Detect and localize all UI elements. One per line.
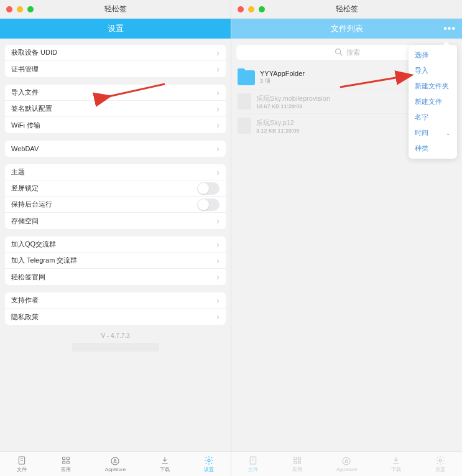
row-label: 隐私政策 [11, 312, 216, 322]
file-name: 乐玩Sky.p12 [256, 118, 300, 128]
settings-row[interactable]: 保持后台运行 [5, 197, 226, 213]
svg-point-5 [111, 457, 119, 465]
settings-row[interactable]: 支持作者› [5, 292, 226, 309]
menu-item[interactable]: 名字 [409, 110, 457, 125]
svg-rect-13 [298, 457, 300, 459]
tab-file[interactable]: 文件 [17, 455, 27, 473]
row-label: 加入 Telegram 交流群 [11, 256, 216, 265]
appstore-icon [110, 456, 120, 466]
menu-item[interactable]: 新建文件 [409, 94, 457, 110]
tab-label: 应用 [292, 466, 302, 473]
settings-row[interactable]: 签名默认配置› [5, 101, 226, 117]
settings-row[interactable]: 主题› [5, 164, 226, 180]
tab-grid[interactable]: 应用 [61, 455, 71, 473]
tab-bar-left: 文件应用AppStore下载设置 [0, 451, 231, 476]
menu-item[interactable]: 时间⌄ [409, 125, 457, 141]
close-window-button[interactable] [6, 6, 12, 12]
tab-file[interactable]: 文件 [248, 455, 258, 473]
settings-row[interactable]: 加入 Telegram 交流群› [5, 253, 226, 269]
svg-rect-2 [67, 457, 69, 459]
nav-bar-left: 设置 [0, 19, 231, 39]
settings-row[interactable]: WebDAV› [5, 141, 226, 157]
settings-row[interactable]: WiFi 传输› [5, 117, 226, 133]
close-window-button[interactable] [238, 6, 244, 12]
tab-label: 设置 [204, 466, 214, 473]
menu-item[interactable]: 新建文件夹 [409, 78, 457, 94]
grid-icon [292, 455, 302, 465]
chevron-right-icon: › [216, 144, 219, 154]
right-pane: 轻松签 文件列表 ••• 搜索 YYYAppFolder3 项乐玩Sky.mob… [231, 0, 462, 476]
chevron-right-icon: › [216, 312, 219, 322]
traffic-lights [6, 6, 34, 12]
tab-gear[interactable]: 设置 [204, 455, 214, 473]
settings-row[interactable]: 导入文件› [5, 85, 226, 101]
tab-download[interactable]: 下载 [391, 455, 401, 473]
settings-row[interactable]: 轻松签官网› [5, 269, 226, 285]
menu-item[interactable]: 导入 [409, 63, 457, 78]
chevron-right-icon: › [216, 216, 219, 226]
svg-point-17 [439, 459, 441, 462]
settings-group: 获取设备 UDID›证书管理› [5, 45, 226, 77]
toggle-switch[interactable] [197, 198, 219, 211]
toggle-switch[interactable] [197, 182, 219, 195]
tab-label: 下载 [160, 466, 170, 473]
settings-row[interactable]: 加入QQ交流群› [5, 236, 226, 253]
svg-rect-15 [298, 461, 300, 464]
traffic-lights [238, 6, 265, 12]
menu-item-label: 选择 [415, 50, 428, 60]
nav-bar-right: 文件列表 ••• [231, 19, 462, 39]
tab-label: AppStore [336, 467, 357, 472]
more-button[interactable]: ••• [443, 23, 456, 34]
menu-item-label: 名字 [415, 113, 428, 122]
chevron-right-icon: › [216, 48, 219, 58]
maximize-window-button[interactable] [259, 6, 265, 12]
document-icon [238, 93, 251, 110]
tab-gear[interactable]: 设置 [435, 455, 445, 473]
row-label: 获取设备 UDID [11, 48, 216, 57]
settings-row[interactable]: 存储空间› [5, 213, 226, 229]
tab-download[interactable]: 下载 [160, 455, 170, 473]
chevron-right-icon: › [216, 296, 219, 306]
version-bar [72, 343, 159, 352]
grid-icon [61, 455, 71, 465]
window-title-left: 轻松签 [104, 4, 127, 14]
file-icon [248, 455, 258, 465]
settings-row[interactable]: 竖屏锁定 [5, 180, 226, 197]
menu-item-label: 新建文件 [415, 97, 442, 106]
title-bar-right: 轻松签 [231, 0, 462, 19]
minimize-window-button[interactable] [248, 6, 254, 12]
row-label: WiFi 传输 [11, 121, 216, 130]
window-title-right: 轻松签 [336, 4, 358, 14]
tab-appstore[interactable]: AppStore [105, 456, 126, 472]
tab-label: 文件 [248, 466, 258, 473]
settings-row[interactable]: 获取设备 UDID› [5, 45, 226, 61]
tab-label: 设置 [435, 466, 445, 473]
settings-group: 支持作者›隐私政策› [5, 292, 226, 325]
menu-item-label: 新建文件夹 [415, 82, 449, 91]
download-icon [391, 455, 401, 465]
menu-item-label: 时间 [415, 128, 428, 138]
svg-line-10 [340, 54, 342, 55]
maximize-window-button[interactable] [27, 6, 34, 12]
settings-row[interactable]: 隐私政策› [5, 309, 226, 325]
file-name: 乐玩Sky.mobileprovision [256, 94, 330, 103]
svg-rect-14 [294, 461, 297, 464]
row-label: 加入QQ交流群 [11, 240, 216, 249]
settings-row[interactable]: 证书管理› [5, 61, 226, 77]
file-icon [17, 455, 27, 465]
svg-rect-1 [63, 457, 65, 459]
download-icon [160, 455, 170, 465]
file-meta: 乐玩Sky.mobileprovision18.67 KB 11:29:09 [256, 94, 330, 110]
search-icon [334, 47, 344, 57]
menu-item-label: 导入 [415, 66, 428, 75]
chevron-right-icon: › [216, 272, 219, 282]
chevron-right-icon: › [216, 88, 219, 98]
row-label: 证书管理 [11, 65, 216, 74]
tab-grid[interactable]: 应用 [292, 455, 302, 473]
svg-rect-3 [63, 461, 65, 464]
menu-item[interactable]: 选择 [409, 47, 457, 63]
minimize-window-button[interactable] [17, 6, 23, 12]
tab-appstore[interactable]: AppStore [336, 456, 357, 472]
menu-item[interactable]: 种类 [409, 141, 457, 156]
file-subtitle: 18.67 KB 11:29:09 [256, 103, 330, 110]
